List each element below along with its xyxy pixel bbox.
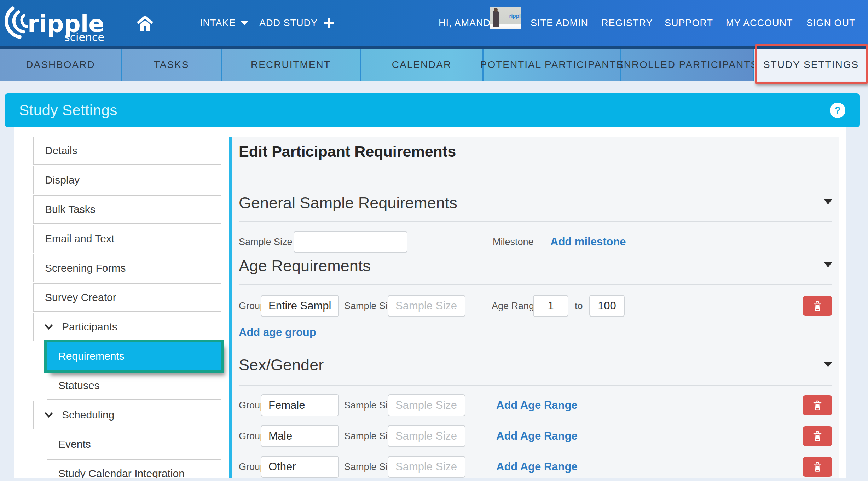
section-title-age: Age Requirements: [239, 257, 371, 275]
question-mark-icon: ?: [834, 104, 841, 116]
section-title-general: General Sample Requirements: [239, 194, 457, 212]
avatar-person: [493, 11, 499, 27]
section-divider: [239, 221, 832, 222]
sidebar-item-label: Survey Creator: [45, 291, 116, 303]
tab-enrolled-participants[interactable]: ENROLLED PARTICIPANTS: [621, 49, 754, 81]
sidebar-item-survey-creator[interactable]: Survey Creator: [33, 283, 221, 312]
gender-group-input-male[interactable]: [261, 425, 339, 447]
gender-sample-size-input-other[interactable]: [388, 456, 465, 478]
sidebar-item-label: Participants: [62, 321, 117, 333]
home-button[interactable]: [137, 0, 154, 46]
sidebar-item-label: Statuses: [58, 379, 100, 392]
sidebar-item-label: Details: [45, 145, 77, 157]
intake-menu[interactable]: INTAKE: [200, 0, 248, 46]
sidebar-item-events[interactable]: Events: [47, 430, 221, 458]
svg-text:science: science: [64, 31, 104, 44]
age-range-label: Age Range: [492, 301, 539, 312]
chevron-down-icon: [45, 324, 53, 330]
sidebar-item-email-and-text[interactable]: Email and Text: [33, 225, 221, 253]
trash-icon: [811, 430, 823, 442]
tab-potential-participants[interactable]: POTENTIAL PARTICIPANTS: [484, 49, 621, 81]
sign-out-link[interactable]: SIGN OUT: [806, 0, 856, 46]
collapse-caret-general[interactable]: [824, 199, 832, 204]
sidebar-item-label: Scheduling: [62, 409, 114, 421]
sidebar-item-label: Events: [58, 438, 91, 450]
sidebar-item-label: Screening Forms: [45, 262, 126, 274]
page-heading: Edit Participant Requirements: [239, 143, 456, 160]
support-link[interactable]: SUPPORT: [665, 0, 713, 46]
site-admin-link[interactable]: SITE ADMIN: [531, 0, 588, 46]
delete-gender-group-button[interactable]: [803, 395, 832, 415]
sidebar-item-label: Study Calendar Integration: [58, 468, 185, 478]
sidebar-item-bulk-tasks[interactable]: Bulk Tasks: [33, 195, 221, 224]
age-min-input[interactable]: [533, 295, 568, 317]
ripple-logo-icon: ripple science: [4, 1, 117, 45]
gender-sample-size-input-male[interactable]: [388, 425, 465, 447]
my-account-link[interactable]: MY ACCOUNT: [726, 0, 793, 46]
add-study-button[interactable]: ADD STUDY: [259, 0, 335, 46]
age-group-name-input[interactable]: [261, 295, 339, 317]
gender-row-other: Group Sample Size Add Age Range: [239, 456, 832, 478]
trash-icon: [811, 300, 823, 312]
panel-accent-stripe: [229, 137, 232, 478]
page-title-bar: Study Settings ?: [5, 93, 860, 127]
add-age-range-link[interactable]: Add Age Range: [496, 399, 578, 412]
section-title-gender: Sex/Gender: [239, 356, 324, 374]
sample-size-n-input[interactable]: [294, 231, 407, 253]
collapse-caret-age[interactable]: [824, 262, 832, 267]
sidebar-item-screening-forms[interactable]: Screening Forms: [33, 254, 221, 282]
trash-icon: [811, 461, 823, 473]
sidebar-item-display[interactable]: Display: [33, 166, 221, 194]
gender-row-male: Group Sample Size Add Age Range: [239, 425, 832, 447]
gender-group-input-female[interactable]: [261, 394, 339, 416]
plus-icon: [323, 17, 335, 29]
add-study-label: ADD STUDY: [259, 18, 318, 29]
app-header: ripple science INTAKE ADD STUDY HI, AMAN…: [0, 0, 868, 49]
general-sample-row: Sample Size (N) Milestone Add milestone: [239, 231, 832, 253]
annotation-highlight-study-settings: [755, 44, 868, 84]
tab-tasks[interactable]: TASKS: [122, 49, 222, 81]
sidebar-item-requirements[interactable]: Requirements: [47, 342, 221, 370]
sidebar-item-statuses[interactable]: Statuses: [47, 371, 221, 400]
delete-gender-group-button[interactable]: [803, 426, 832, 446]
sidebar-item-details[interactable]: Details: [33, 137, 221, 165]
add-age-range-link[interactable]: Add Age Range: [496, 460, 578, 473]
registry-link[interactable]: REGISTRY: [601, 0, 653, 46]
chevron-down-icon: [241, 21, 248, 25]
add-age-group-link[interactable]: Add age group: [239, 326, 316, 339]
section-divider: [239, 385, 832, 386]
avatar-ripple-wall: rippl: [509, 13, 521, 19]
add-milestone-link[interactable]: Add milestone: [550, 236, 626, 248]
sidebar-item-study-calendar-integration[interactable]: Study Calendar Integration: [47, 459, 221, 478]
age-sample-size-input[interactable]: [388, 295, 465, 317]
user-avatar[interactable]: rippl: [490, 7, 521, 29]
add-age-range-link[interactable]: Add Age Range: [496, 430, 578, 442]
sidebar-item-scheduling[interactable]: Scheduling: [33, 401, 221, 429]
ripple-logo[interactable]: ripple science: [4, 0, 117, 46]
delete-age-group-button[interactable]: [803, 296, 832, 316]
tab-recruitment[interactable]: RECRUITMENT: [222, 49, 361, 81]
section-divider: [239, 284, 832, 285]
study-tab-bar: DASHBOARD TASKS RECRUITMENT CALENDAR POT…: [0, 49, 868, 81]
age-max-input[interactable]: [589, 295, 625, 317]
sidebar-item-participants[interactable]: Participants: [33, 313, 221, 341]
milestone-label: Milestone: [493, 237, 534, 248]
help-button[interactable]: ?: [830, 103, 845, 118]
delete-gender-group-button[interactable]: [803, 457, 832, 477]
page-title: Study Settings: [19, 102, 117, 119]
home-icon: [137, 15, 154, 31]
content-sheet: Details Display Bulk Tasks Email and Tex…: [14, 127, 846, 478]
sidebar-item-label: Display: [45, 174, 80, 186]
collapse-caret-gender[interactable]: [824, 362, 832, 367]
intake-label: INTAKE: [200, 18, 236, 29]
settings-sidebar: Details Display Bulk Tasks Email and Tex…: [33, 137, 221, 478]
gender-group-input-other[interactable]: [261, 456, 339, 478]
sidebar-item-label: Email and Text: [45, 233, 114, 245]
trash-icon: [811, 399, 823, 411]
age-group-row: Group Sample Size Age Range to: [239, 295, 832, 317]
tab-calendar[interactable]: CALENDAR: [361, 49, 484, 81]
sidebar-item-label: Requirements: [58, 350, 125, 362]
tab-dashboard[interactable]: DASHBOARD: [0, 49, 122, 81]
user-greeting: HI, AMANDA: [439, 0, 497, 46]
gender-sample-size-input-female[interactable]: [388, 394, 465, 416]
